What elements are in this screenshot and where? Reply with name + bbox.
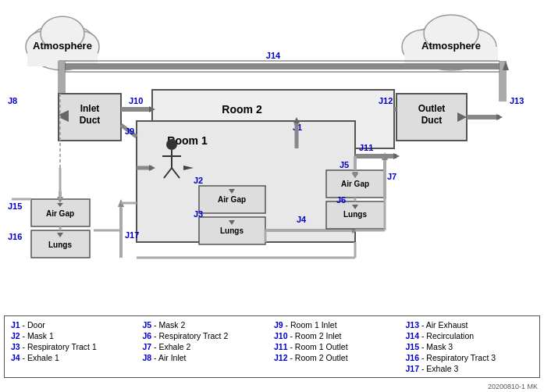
legend-item-j2: J2 - Mask 1 bbox=[11, 331, 139, 340]
legend-item-j8: J8 - Air Inlet bbox=[143, 353, 271, 362]
legend-item-j17: J17 - Exhale 3 bbox=[406, 364, 534, 373]
legend-item-j14: J14 - Recirculation bbox=[406, 331, 534, 340]
svg-text:Air Gap: Air Gap bbox=[46, 209, 74, 218]
svg-text:Lungs: Lungs bbox=[220, 226, 244, 235]
svg-text:Duct: Duct bbox=[80, 115, 101, 126]
svg-point-51 bbox=[166, 139, 177, 150]
legend-item-j13: J13 - Air Exhaust bbox=[406, 320, 534, 330]
legend-item-j6: J6 - Respiratory Tract 2 bbox=[143, 331, 271, 340]
svg-text:J6: J6 bbox=[336, 195, 346, 205]
svg-text:Lungs: Lungs bbox=[48, 241, 72, 249]
legend-item-j10: J10 - Room 2 Inlet bbox=[274, 331, 402, 340]
svg-text:J2: J2 bbox=[194, 176, 203, 185]
svg-text:J14: J14 bbox=[266, 51, 281, 60]
svg-text:J17: J17 bbox=[125, 230, 139, 240]
legend: J1 - Door J5 - Mask 2 J9 - Room 1 Inlet … bbox=[4, 315, 540, 378]
version-label: 20200810-1 MK bbox=[488, 383, 538, 390]
svg-text:J5: J5 bbox=[340, 160, 349, 169]
svg-text:J3: J3 bbox=[194, 209, 203, 219]
legend-item-j7: J7 - Exhale 2 bbox=[143, 342, 271, 351]
diagram-area: Atmosphere Atmosphere J14 J8 J13 bbox=[0, 0, 544, 305]
svg-text:J7: J7 bbox=[387, 172, 396, 181]
svg-text:J15: J15 bbox=[8, 201, 22, 211]
svg-text:Outlet: Outlet bbox=[418, 103, 446, 114]
svg-text:Air Gap: Air Gap bbox=[341, 180, 369, 188]
legend-item-j3: J3 - Respiratory Tract 1 bbox=[11, 342, 139, 351]
legend-item-j12: J12 - Room 2 Outlet bbox=[274, 353, 402, 362]
svg-text:Lungs: Lungs bbox=[343, 210, 367, 219]
svg-text:Atmosphere: Atmosphere bbox=[421, 40, 481, 52]
legend-item-j5: J5 - Mask 2 bbox=[143, 320, 271, 330]
svg-text:Atmosphere: Atmosphere bbox=[33, 40, 92, 52]
svg-text:J9: J9 bbox=[125, 127, 134, 136]
legend-item-j16: J16 - Respiratory Tract 3 bbox=[406, 353, 534, 362]
svg-text:Room 2: Room 2 bbox=[222, 103, 262, 116]
svg-text:J16: J16 bbox=[8, 232, 22, 241]
legend-item-j15: J15 - Mask 3 bbox=[406, 342, 534, 351]
svg-text:Duct: Duct bbox=[421, 115, 443, 126]
legend-item-j9: J9 - Room 1 Inlet bbox=[274, 320, 402, 330]
svg-text:J13: J13 bbox=[510, 96, 524, 105]
svg-text:J11: J11 bbox=[359, 143, 373, 152]
svg-text:Inlet: Inlet bbox=[80, 103, 100, 114]
svg-text:J4: J4 bbox=[297, 215, 307, 224]
svg-text:J12: J12 bbox=[379, 96, 393, 105]
svg-text:J10: J10 bbox=[129, 96, 143, 105]
legend-item-j4: J4 - Exhale 1 bbox=[11, 353, 139, 362]
svg-text:Air Gap: Air Gap bbox=[218, 195, 246, 204]
svg-text:J8: J8 bbox=[8, 96, 17, 105]
legend-item-j11: J11 - Room 1 Outlet bbox=[274, 342, 402, 351]
legend-item-j1: J1 - Door bbox=[11, 320, 139, 330]
